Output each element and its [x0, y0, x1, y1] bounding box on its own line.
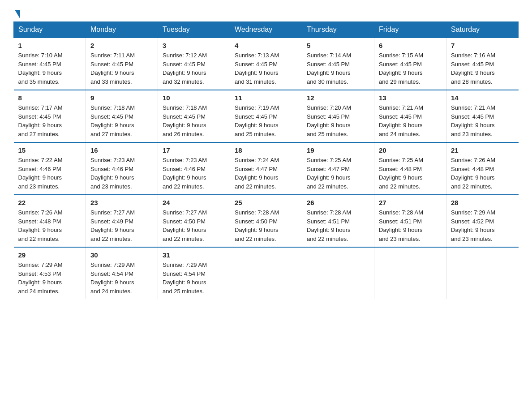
day-info: Sunrise: 7:27 AM Sunset: 4:50 PM Dayligh… — [163, 208, 225, 243]
calendar-day-cell: 15 Sunrise: 7:22 AM Sunset: 4:46 PM Dayl… — [14, 142, 86, 195]
day-info: Sunrise: 7:23 AM Sunset: 4:46 PM Dayligh… — [90, 156, 153, 191]
day-info: Sunrise: 7:27 AM Sunset: 4:49 PM Dayligh… — [90, 208, 153, 243]
day-number: 6 — [379, 42, 442, 49]
day-info: Sunrise: 7:29 AM Sunset: 4:54 PM Dayligh… — [90, 261, 153, 295]
calendar-day-cell: 26 Sunrise: 7:28 AM Sunset: 4:51 PM Dayl… — [302, 195, 374, 247]
day-number: 17 — [163, 146, 225, 154]
weekday-header-thursday: Thursday — [302, 22, 374, 38]
day-info: Sunrise: 7:18 AM Sunset: 4:45 PM Dayligh… — [90, 103, 153, 138]
day-number: 3 — [163, 42, 225, 49]
day-number: 21 — [451, 146, 514, 154]
calendar-week-row: 22 Sunrise: 7:26 AM Sunset: 4:48 PM Dayl… — [14, 195, 519, 247]
calendar-day-cell: 10 Sunrise: 7:18 AM Sunset: 4:45 PM Dayl… — [158, 90, 230, 142]
day-info: Sunrise: 7:25 AM Sunset: 4:48 PM Dayligh… — [379, 156, 442, 191]
day-number: 19 — [307, 146, 369, 154]
day-info: Sunrise: 7:28 AM Sunset: 4:51 PM Dayligh… — [307, 208, 369, 243]
calendar-table: SundayMondayTuesdayWednesdayThursdayFrid… — [13, 21, 519, 299]
calendar-day-cell: 18 Sunrise: 7:24 AM Sunset: 4:47 PM Dayl… — [230, 142, 302, 195]
day-number: 25 — [235, 199, 297, 206]
day-number: 27 — [379, 199, 442, 206]
calendar-week-row: 8 Sunrise: 7:17 AM Sunset: 4:45 PM Dayli… — [14, 90, 519, 142]
day-info: Sunrise: 7:28 AM Sunset: 4:51 PM Dayligh… — [379, 208, 442, 243]
calendar-day-cell: 13 Sunrise: 7:21 AM Sunset: 4:45 PM Dayl… — [374, 90, 446, 142]
day-info: Sunrise: 7:18 AM Sunset: 4:45 PM Dayligh… — [163, 103, 225, 138]
calendar-week-row: 15 Sunrise: 7:22 AM Sunset: 4:46 PM Dayl… — [14, 142, 519, 195]
day-info: Sunrise: 7:25 AM Sunset: 4:47 PM Dayligh… — [307, 156, 369, 191]
day-number: 8 — [18, 94, 82, 102]
calendar-day-cell: 17 Sunrise: 7:23 AM Sunset: 4:46 PM Dayl… — [158, 142, 230, 195]
calendar-day-cell: 4 Sunrise: 7:13 AM Sunset: 4:45 PM Dayli… — [230, 38, 302, 90]
calendar-day-cell: 16 Sunrise: 7:23 AM Sunset: 4:46 PM Dayl… — [86, 142, 158, 195]
day-number: 11 — [235, 94, 297, 102]
day-info: Sunrise: 7:14 AM Sunset: 4:45 PM Dayligh… — [307, 51, 369, 86]
calendar-day-cell: 6 Sunrise: 7:15 AM Sunset: 4:45 PM Dayli… — [374, 38, 446, 90]
calendar-week-row: 29 Sunrise: 7:29 AM Sunset: 4:53 PM Dayl… — [14, 247, 519, 299]
weekday-header-sunday: Sunday — [14, 22, 86, 38]
day-info: Sunrise: 7:21 AM Sunset: 4:45 PM Dayligh… — [451, 103, 514, 138]
weekday-header-tuesday: Tuesday — [158, 22, 230, 38]
weekday-header-monday: Monday — [86, 22, 158, 38]
day-number: 13 — [379, 94, 442, 102]
day-number: 2 — [90, 42, 153, 49]
calendar-day-cell: 11 Sunrise: 7:19 AM Sunset: 4:45 PM Dayl… — [230, 90, 302, 142]
day-number: 1 — [18, 42, 82, 49]
calendar-day-cell: 5 Sunrise: 7:14 AM Sunset: 4:45 PM Dayli… — [302, 38, 374, 90]
calendar-day-cell: 24 Sunrise: 7:27 AM Sunset: 4:50 PM Dayl… — [158, 195, 230, 247]
day-number: 22 — [18, 199, 82, 206]
day-number: 18 — [235, 146, 297, 154]
calendar-week-row: 1 Sunrise: 7:10 AM Sunset: 4:45 PM Dayli… — [14, 38, 519, 90]
day-info: Sunrise: 7:29 AM Sunset: 4:52 PM Dayligh… — [451, 208, 514, 243]
day-number: 10 — [163, 94, 225, 102]
day-number: 14 — [451, 94, 514, 102]
calendar-day-cell: 8 Sunrise: 7:17 AM Sunset: 4:45 PM Dayli… — [14, 90, 86, 142]
calendar-day-cell: 22 Sunrise: 7:26 AM Sunset: 4:48 PM Dayl… — [14, 195, 86, 247]
day-info: Sunrise: 7:15 AM Sunset: 4:45 PM Dayligh… — [379, 51, 442, 86]
calendar-day-cell: 3 Sunrise: 7:12 AM Sunset: 4:45 PM Dayli… — [158, 38, 230, 90]
calendar-day-cell: 21 Sunrise: 7:26 AM Sunset: 4:48 PM Dayl… — [446, 142, 519, 195]
day-number: 12 — [307, 94, 369, 102]
calendar-day-cell: 12 Sunrise: 7:20 AM Sunset: 4:45 PM Dayl… — [302, 90, 374, 142]
day-number: 20 — [379, 146, 442, 154]
calendar-day-cell — [374, 247, 446, 299]
day-number: 26 — [307, 199, 369, 206]
day-info: Sunrise: 7:29 AM Sunset: 4:54 PM Dayligh… — [163, 261, 225, 295]
calendar-day-cell: 31 Sunrise: 7:29 AM Sunset: 4:54 PM Dayl… — [158, 247, 230, 299]
day-info: Sunrise: 7:10 AM Sunset: 4:45 PM Dayligh… — [18, 51, 82, 86]
day-number: 24 — [163, 199, 225, 206]
day-number: 4 — [235, 42, 297, 49]
calendar-day-cell: 1 Sunrise: 7:10 AM Sunset: 4:45 PM Dayli… — [14, 38, 86, 90]
calendar-day-cell: 27 Sunrise: 7:28 AM Sunset: 4:51 PM Dayl… — [374, 195, 446, 247]
calendar-day-cell: 29 Sunrise: 7:29 AM Sunset: 4:53 PM Dayl… — [14, 247, 86, 299]
calendar-day-cell: 30 Sunrise: 7:29 AM Sunset: 4:54 PM Dayl… — [86, 247, 158, 299]
calendar-day-cell: 14 Sunrise: 7:21 AM Sunset: 4:45 PM Dayl… — [446, 90, 519, 142]
calendar-day-cell — [446, 247, 519, 299]
weekday-header-saturday: Saturday — [446, 22, 519, 38]
calendar-day-cell — [302, 247, 374, 299]
weekday-header-row: SundayMondayTuesdayWednesdayThursdayFrid… — [14, 22, 519, 38]
day-number: 29 — [18, 251, 82, 259]
weekday-header-wednesday: Wednesday — [230, 22, 302, 38]
day-number: 31 — [163, 251, 225, 259]
day-number: 16 — [90, 146, 153, 154]
day-info: Sunrise: 7:29 AM Sunset: 4:53 PM Dayligh… — [18, 261, 82, 295]
day-number: 7 — [451, 42, 514, 49]
page-header — [13, 9, 519, 17]
calendar-day-cell: 20 Sunrise: 7:25 AM Sunset: 4:48 PM Dayl… — [374, 142, 446, 195]
calendar-day-cell: 28 Sunrise: 7:29 AM Sunset: 4:52 PM Dayl… — [446, 195, 519, 247]
calendar-day-cell: 25 Sunrise: 7:28 AM Sunset: 4:50 PM Dayl… — [230, 195, 302, 247]
day-number: 30 — [90, 251, 153, 259]
day-number: 9 — [90, 94, 153, 102]
calendar-day-cell: 7 Sunrise: 7:16 AM Sunset: 4:45 PM Dayli… — [446, 38, 519, 90]
calendar-day-cell: 19 Sunrise: 7:25 AM Sunset: 4:47 PM Dayl… — [302, 142, 374, 195]
day-number: 15 — [18, 146, 82, 154]
day-info: Sunrise: 7:21 AM Sunset: 4:45 PM Dayligh… — [379, 103, 442, 138]
day-info: Sunrise: 7:12 AM Sunset: 4:45 PM Dayligh… — [163, 51, 225, 86]
calendar-day-cell: 23 Sunrise: 7:27 AM Sunset: 4:49 PM Dayl… — [86, 195, 158, 247]
day-info: Sunrise: 7:16 AM Sunset: 4:45 PM Dayligh… — [451, 51, 514, 86]
day-info: Sunrise: 7:26 AM Sunset: 4:48 PM Dayligh… — [451, 156, 514, 191]
day-info: Sunrise: 7:20 AM Sunset: 4:45 PM Dayligh… — [307, 103, 369, 138]
weekday-header-friday: Friday — [374, 22, 446, 38]
day-number: 28 — [451, 199, 514, 206]
day-info: Sunrise: 7:22 AM Sunset: 4:46 PM Dayligh… — [18, 156, 82, 191]
day-info: Sunrise: 7:11 AM Sunset: 4:45 PM Dayligh… — [90, 51, 153, 86]
